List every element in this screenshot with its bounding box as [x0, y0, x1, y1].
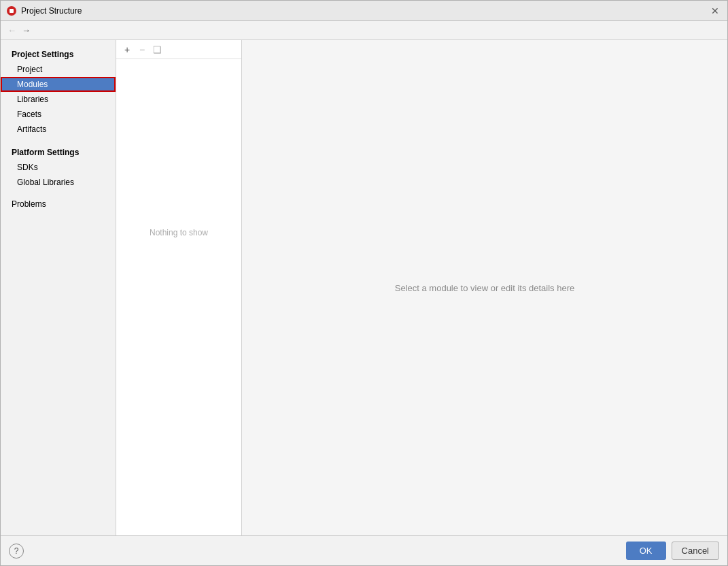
- footer-right: OK Cancel: [626, 542, 719, 560]
- sidebar-item-artifacts[interactable]: Artifacts: [1, 122, 116, 137]
- app-icon: [6, 5, 17, 16]
- footer-left: ?: [9, 544, 24, 559]
- add-module-button[interactable]: +: [120, 43, 134, 56]
- nothing-to-show-label: Nothing to show: [150, 228, 208, 237]
- back-button[interactable]: ←: [6, 25, 18, 35]
- project-structure-dialog: Project Structure ✕ ← → Project Settings…: [0, 0, 728, 566]
- copy-module-button[interactable]: ❑: [150, 43, 164, 56]
- close-button[interactable]: ✕: [708, 4, 722, 18]
- platform-settings-section: Platform Settings: [1, 144, 116, 160]
- middle-toolbar: + − ❑: [116, 40, 241, 59]
- forward-button[interactable]: →: [20, 25, 32, 35]
- remove-module-button[interactable]: −: [135, 43, 149, 56]
- sidebar-item-libraries[interactable]: Libraries: [1, 92, 116, 107]
- sidebar-item-facets[interactable]: Facets: [1, 107, 116, 122]
- title-bar: Project Structure ✕: [1, 1, 727, 21]
- ok-button[interactable]: OK: [626, 542, 666, 560]
- nav-toolbar: ← →: [1, 21, 727, 40]
- module-list: Nothing to show: [116, 59, 241, 535]
- cancel-button[interactable]: Cancel: [672, 542, 719, 560]
- sidebar: Project Settings Project Modules Librari…: [1, 40, 116, 535]
- sidebar-item-problems[interactable]: Problems: [1, 195, 116, 212]
- window-title: Project Structure: [21, 6, 708, 16]
- middle-panel: + − ❑ Nothing to show: [116, 40, 242, 535]
- right-panel: Select a module to view or edit its deta…: [242, 40, 727, 535]
- main-content: Project Settings Project Modules Librari…: [1, 40, 727, 535]
- module-detail-placeholder: Select a module to view or edit its deta…: [395, 283, 574, 293]
- help-button[interactable]: ?: [9, 544, 24, 559]
- sidebar-item-modules[interactable]: Modules: [1, 77, 116, 92]
- sidebar-item-sdks[interactable]: SDKs: [1, 160, 116, 175]
- svg-rect-1: [10, 9, 14, 13]
- project-settings-section: Project Settings: [1, 46, 116, 62]
- sidebar-item-global-libraries[interactable]: Global Libraries: [1, 175, 116, 190]
- sidebar-item-project[interactable]: Project: [1, 62, 116, 77]
- footer: ? OK Cancel: [1, 535, 727, 565]
